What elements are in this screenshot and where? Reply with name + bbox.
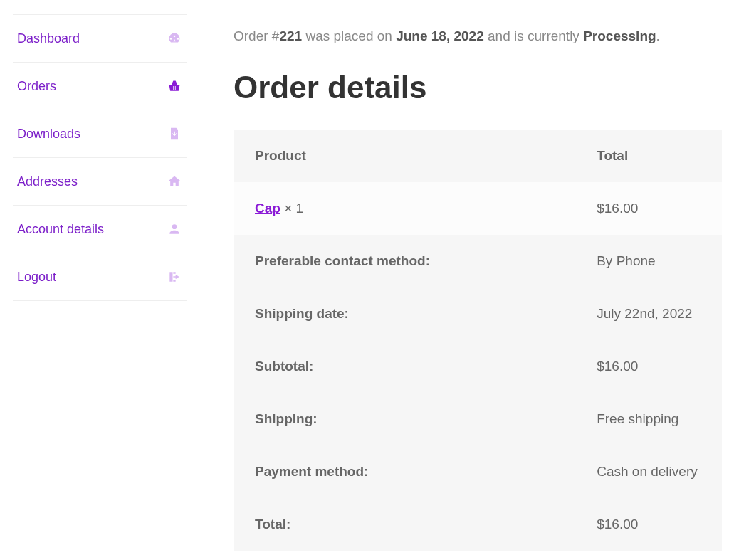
line-item-row: Cap × 1 $16.00 xyxy=(234,182,722,235)
summary-value: $16.00 xyxy=(575,498,722,551)
summary-label: Payment method: xyxy=(234,445,575,498)
sidebar-item-label: Dashboard xyxy=(17,31,80,46)
order-status-line: Order #221 was placed on June 18, 2022 a… xyxy=(234,28,722,44)
sidebar-item-account-details[interactable]: Account details xyxy=(13,205,187,253)
summary-row: Payment method: Cash on delivery xyxy=(234,445,722,498)
summary-row: Preferable contact method: By Phone xyxy=(234,235,722,287)
summary-label: Total: xyxy=(234,498,575,551)
sidebar-item-label: Downloads xyxy=(17,127,80,142)
sidebar-item-orders[interactable]: Orders xyxy=(13,62,187,110)
summary-value: $16.00 xyxy=(575,340,722,393)
order-date: June 18, 2022 xyxy=(396,28,484,43)
summary-row: Total: $16.00 xyxy=(234,498,722,551)
summary-label: Preferable contact method: xyxy=(234,235,575,287)
sidebar-item-label: Orders xyxy=(17,79,56,94)
summary-row: Shipping date: July 22nd, 2022 xyxy=(234,287,722,340)
order-main: Order #221 was placed on June 18, 2022 a… xyxy=(199,14,729,560)
summary-row: Shipping: Free shipping xyxy=(234,393,722,445)
sidebar-item-dashboard[interactable]: Dashboard xyxy=(13,14,187,62)
summary-row: Subtotal: $16.00 xyxy=(234,340,722,393)
order-details-title: Order details xyxy=(234,70,722,105)
order-details-table: Product Total Cap × 1 $16.00 Preferable … xyxy=(234,130,722,551)
order-status-suffix: . xyxy=(656,28,660,43)
account-sidebar: Dashboard Orders Downloads Addresses Acc… xyxy=(0,14,199,560)
sidebar-item-logout[interactable]: Logout xyxy=(13,253,187,301)
gauge-icon xyxy=(167,31,182,46)
product-qty: × 1 xyxy=(280,201,303,216)
line-item-product-cell: Cap × 1 xyxy=(234,182,575,235)
file-icon xyxy=(167,126,182,142)
order-status-prefix: Order # xyxy=(234,28,279,43)
line-item-total: $16.00 xyxy=(575,182,722,235)
sidebar-item-label: Addresses xyxy=(17,174,78,189)
summary-value: By Phone xyxy=(575,235,722,287)
order-status: Processing xyxy=(583,28,656,43)
order-status-mid1: was placed on xyxy=(302,28,396,43)
summary-label: Shipping date: xyxy=(234,287,575,340)
sidebar-item-label: Account details xyxy=(17,222,104,237)
summary-label: Subtotal: xyxy=(234,340,575,393)
order-number: 221 xyxy=(279,28,302,43)
logout-icon xyxy=(167,269,182,285)
summary-value: Cash on delivery xyxy=(575,445,722,498)
sidebar-item-addresses[interactable]: Addresses xyxy=(13,157,187,205)
sidebar-item-downloads[interactable]: Downloads xyxy=(13,110,187,157)
summary-value: July 22nd, 2022 xyxy=(575,287,722,340)
summary-value: Free shipping xyxy=(575,393,722,445)
summary-label: Shipping: xyxy=(234,393,575,445)
header-product: Product xyxy=(234,130,575,182)
sidebar-item-label: Logout xyxy=(17,270,56,285)
order-status-mid2: and is currently xyxy=(484,28,583,43)
home-icon xyxy=(167,174,182,189)
basket-icon xyxy=(167,78,182,94)
product-link[interactable]: Cap xyxy=(255,201,280,216)
user-icon xyxy=(167,221,182,237)
header-total: Total xyxy=(575,130,722,182)
